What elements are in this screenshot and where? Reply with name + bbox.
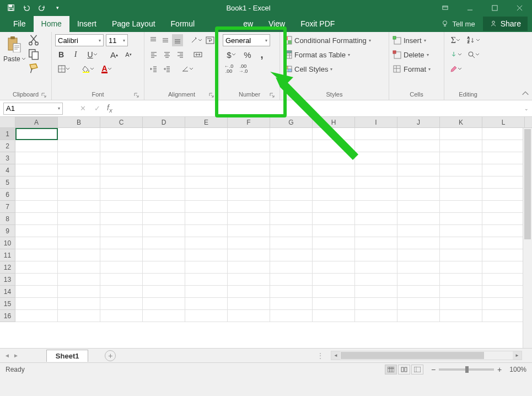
- font-launcher-icon[interactable]: [134, 93, 139, 98]
- insert-cells-button[interactable]: Insert▾: [393, 34, 440, 46]
- zoom-slider[interactable]: [439, 368, 494, 371]
- cell[interactable]: [185, 152, 228, 164]
- tab-page-layout[interactable]: Page Layout: [104, 16, 163, 32]
- shrink-font-button[interactable]: A▾: [122, 49, 135, 61]
- wrap-text-button[interactable]: [205, 34, 216, 46]
- row-header[interactable]: 1: [0, 128, 15, 140]
- fx-icon[interactable]: fx: [107, 103, 112, 114]
- cell[interactable]: [270, 176, 313, 189]
- zoom-out-button[interactable]: −: [431, 365, 436, 374]
- cell[interactable]: [228, 164, 270, 176]
- cell[interactable]: [143, 152, 185, 164]
- cell[interactable]: [185, 298, 228, 310]
- font-size-select[interactable]: 11▾: [106, 34, 128, 46]
- cell[interactable]: [270, 189, 313, 201]
- cell[interactable]: [58, 237, 100, 249]
- cell[interactable]: [143, 249, 185, 261]
- cell[interactable]: [270, 261, 313, 274]
- bold-button[interactable]: B: [55, 49, 67, 61]
- cell[interactable]: [440, 152, 482, 164]
- col-header[interactable]: K: [440, 117, 482, 127]
- cell[interactable]: [482, 249, 525, 261]
- cell[interactable]: [15, 164, 58, 176]
- align-left-icon[interactable]: [148, 49, 160, 61]
- cell[interactable]: [185, 274, 228, 286]
- col-header[interactable]: I: [355, 117, 397, 127]
- page-layout-view-icon[interactable]: [398, 365, 410, 374]
- zoom-level[interactable]: 100%: [509, 366, 526, 373]
- cell[interactable]: [440, 189, 482, 201]
- cell[interactable]: [15, 298, 58, 310]
- cell[interactable]: [228, 225, 270, 237]
- row-header[interactable]: 9: [0, 225, 15, 237]
- cell[interactable]: [397, 152, 440, 164]
- cell[interactable]: [58, 286, 100, 298]
- cell[interactable]: [482, 176, 525, 189]
- cell[interactable]: [482, 164, 525, 176]
- cell[interactable]: [482, 274, 525, 286]
- cell[interactable]: [313, 225, 355, 237]
- cell[interactable]: [313, 164, 355, 176]
- cell[interactable]: [100, 128, 143, 140]
- tab-home[interactable]: Home: [34, 16, 69, 32]
- cell[interactable]: [143, 237, 185, 249]
- cell[interactable]: [185, 176, 228, 189]
- cell[interactable]: [482, 225, 525, 237]
- scroll-right-icon[interactable]: ►: [513, 351, 522, 360]
- cell[interactable]: [185, 189, 228, 201]
- cell[interactable]: [397, 189, 440, 201]
- cell[interactable]: [440, 274, 482, 286]
- cell[interactable]: [397, 310, 440, 322]
- cell[interactable]: [143, 140, 185, 152]
- cell[interactable]: [440, 201, 482, 213]
- row-header[interactable]: 15: [0, 298, 15, 310]
- cell[interactable]: [313, 189, 355, 201]
- tab-data-hidden[interactable]: [202, 25, 235, 32]
- cell[interactable]: [100, 152, 143, 164]
- row-header[interactable]: 3: [0, 152, 15, 164]
- cell[interactable]: [440, 213, 482, 225]
- cell[interactable]: [355, 286, 397, 298]
- cell[interactable]: [100, 176, 143, 189]
- cell[interactable]: [440, 298, 482, 310]
- cell[interactable]: [313, 286, 355, 298]
- tab-insert[interactable]: Insert: [69, 16, 104, 32]
- cell[interactable]: [440, 310, 482, 322]
- cell[interactable]: [100, 213, 143, 225]
- cell[interactable]: [100, 225, 143, 237]
- cell[interactable]: [313, 249, 355, 261]
- cell[interactable]: [58, 213, 100, 225]
- cell[interactable]: [397, 274, 440, 286]
- cell[interactable]: [58, 201, 100, 213]
- cell[interactable]: [100, 201, 143, 213]
- qat-customize-icon[interactable]: ▾: [51, 2, 64, 14]
- spreadsheet-grid[interactable]: A B C D E F G H I J K L 1234567891011121…: [0, 117, 532, 349]
- cell[interactable]: [15, 152, 58, 164]
- cell[interactable]: [185, 201, 228, 213]
- cell[interactable]: [482, 128, 525, 140]
- row-header[interactable]: 7: [0, 201, 15, 213]
- italic-button[interactable]: I: [69, 49, 82, 61]
- tab-formulas[interactable]: Formul: [163, 16, 203, 32]
- cell[interactable]: [397, 237, 440, 249]
- cell[interactable]: [313, 140, 355, 152]
- cell[interactable]: [185, 237, 228, 249]
- clipboard-launcher-icon[interactable]: [41, 93, 47, 98]
- cell[interactable]: [185, 164, 228, 176]
- cell[interactable]: [440, 176, 482, 189]
- cell[interactable]: [440, 140, 482, 152]
- cell[interactable]: [228, 249, 270, 261]
- cell[interactable]: [270, 201, 313, 213]
- cell[interactable]: [270, 249, 313, 261]
- cell[interactable]: [355, 201, 397, 213]
- comma-format-button[interactable]: ,: [256, 49, 268, 61]
- row-header[interactable]: 2: [0, 140, 15, 152]
- cell[interactable]: [15, 310, 58, 322]
- cell[interactable]: [270, 237, 313, 249]
- format-cells-button[interactable]: Format▾: [393, 63, 440, 75]
- cell[interactable]: [355, 237, 397, 249]
- cell[interactable]: [143, 298, 185, 310]
- cell[interactable]: [15, 261, 58, 274]
- cell[interactable]: [355, 225, 397, 237]
- col-header[interactable]: A: [15, 117, 58, 127]
